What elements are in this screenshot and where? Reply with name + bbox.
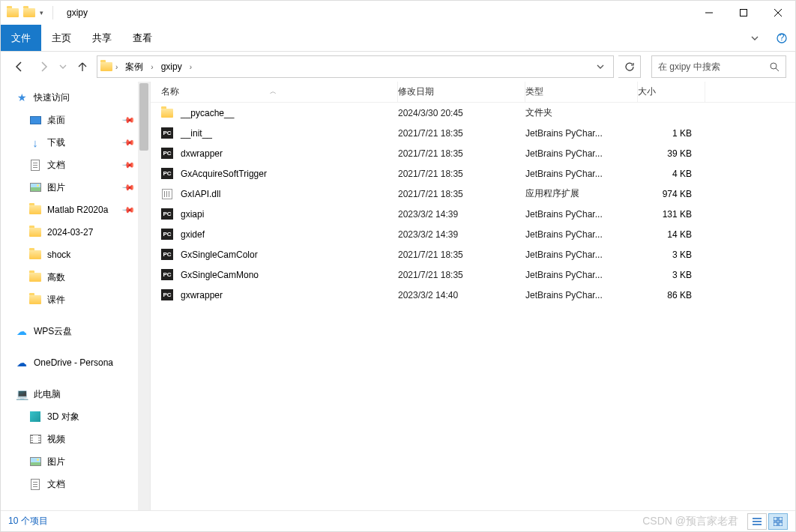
sidebar-shock[interactable]: shock xyxy=(1,244,150,266)
sidebar-20240327[interactable]: 2024-03-27 xyxy=(1,221,150,244)
sidebar-label: OneDrive - Persona xyxy=(34,357,113,368)
file-date: 2023/3/2 14:40 xyxy=(398,290,525,300)
col-size[interactable]: 大小 xyxy=(638,82,705,102)
file-row[interactable]: PCgxwrapper2023/3/2 14:40JetBrains PyCha… xyxy=(151,285,795,305)
recent-dropdown-icon[interactable] xyxy=(58,56,68,77)
desktop-icon xyxy=(29,114,41,126)
file-type: JetBrains PyChar... xyxy=(525,209,638,220)
sidebar-label: 2024-03-27 xyxy=(47,227,93,238)
qat-dropdown-icon[interactable]: ▾ xyxy=(40,9,43,16)
address-bar[interactable]: › 案例 › gxipy › xyxy=(97,55,614,78)
file-date: 2024/3/30 20:45 xyxy=(398,108,525,118)
tab-share[interactable]: 共享 xyxy=(82,25,122,51)
chevron-right-icon[interactable]: › xyxy=(188,63,193,71)
close-button[interactable] xyxy=(761,1,795,25)
nav-bar: › 案例 › gxipy › 在 gxipy 中搜索 xyxy=(1,52,795,82)
back-button[interactable] xyxy=(10,56,29,77)
search-placeholder: 在 gxipy 中搜索 xyxy=(658,61,770,73)
search-box[interactable]: 在 gxipy 中搜索 xyxy=(651,55,786,78)
pc-icon: 💻 xyxy=(16,388,28,400)
maximize-button[interactable] xyxy=(726,1,761,25)
tab-view[interactable]: 查看 xyxy=(122,25,163,51)
ribbon-expand-icon[interactable] xyxy=(741,25,768,51)
pycharm-file-icon: PC xyxy=(161,148,173,159)
folder-icon xyxy=(161,107,173,119)
file-row[interactable]: PCGxSingleCamColor2021/7/21 18:35JetBrai… xyxy=(151,244,795,265)
file-row[interactable]: PCdxwrapper2021/7/21 18:35JetBrains PyCh… xyxy=(151,143,795,163)
breadcrumb-0[interactable]: 案例 xyxy=(121,56,148,77)
sidebar-label: Matlab R2020a xyxy=(47,205,108,215)
sidebar-label: 高数 xyxy=(47,271,65,284)
sidebar-pictures[interactable]: 图片📌 xyxy=(1,176,150,199)
sidebar-label: 文档 xyxy=(47,159,65,172)
sidebar-3d[interactable]: 3D 对象 xyxy=(1,405,150,428)
sidebar-label: 快速访问 xyxy=(34,91,70,104)
sidebar-scrollbar[interactable] xyxy=(138,82,150,510)
sidebar-downloads[interactable]: ↓下载📌 xyxy=(1,131,150,154)
breadcrumb-1[interactable]: gxipy xyxy=(157,56,187,77)
cube-icon xyxy=(29,411,41,423)
minimize-button[interactable] xyxy=(692,1,726,25)
sidebar-quick-access[interactable]: ★快速访问 xyxy=(1,86,150,109)
cloud-icon: ☁ xyxy=(16,325,28,337)
file-size: 3 KB xyxy=(638,270,705,280)
item-count: 10 个项目 xyxy=(8,515,48,528)
file-name: gxiapi xyxy=(181,209,204,220)
sidebar-this-pc[interactable]: 💻此电脑 xyxy=(1,383,150,405)
folder-icon xyxy=(29,249,41,261)
image-icon xyxy=(29,181,41,193)
sidebar-matlab[interactable]: Matlab R2020a📌 xyxy=(1,199,150,221)
view-icons-button[interactable] xyxy=(768,513,788,530)
svg-point-3 xyxy=(771,63,777,69)
sidebar-label: 桌面 xyxy=(47,114,65,127)
forward-button[interactable] xyxy=(34,56,53,77)
file-name: __pycache__ xyxy=(181,108,234,118)
col-name[interactable]: 名称︿ xyxy=(151,82,398,102)
sidebar-documents2[interactable]: 文档 xyxy=(1,473,150,495)
help-icon[interactable]: ? xyxy=(768,25,795,51)
file-size: 86 KB xyxy=(638,290,705,300)
sidebar-label: 图片 xyxy=(47,181,65,194)
sidebar-label: WPS云盘 xyxy=(34,325,72,338)
refresh-button[interactable] xyxy=(618,55,641,78)
file-type: JetBrains PyChar... xyxy=(525,128,638,139)
sidebar-videos[interactable]: 视频 xyxy=(1,428,150,450)
sidebar-kejian[interactable]: 课件 xyxy=(1,288,150,311)
file-name: GxSingleCamColor xyxy=(181,250,258,260)
col-type[interactable]: 类型 xyxy=(525,82,638,102)
file-date: 2021/7/21 18:35 xyxy=(398,189,525,199)
sidebar-label: 3D 对象 xyxy=(47,411,79,423)
folder-icon xyxy=(29,204,41,216)
file-row[interactable]: PC__init__2021/7/21 18:35JetBrains PyCha… xyxy=(151,123,795,143)
view-details-button[interactable] xyxy=(747,513,767,530)
pycharm-file-icon: PC xyxy=(161,127,173,139)
sidebar-pictures2[interactable]: 图片 xyxy=(1,450,150,473)
status-bar: 10 个项目 CSDN @预言家老君 xyxy=(1,510,795,531)
cloud-icon: ☁ xyxy=(16,357,28,369)
sidebar-gaoshu[interactable]: 高数 xyxy=(1,266,150,288)
file-row[interactable]: PCgxidef2023/3/2 14:39JetBrains PyChar..… xyxy=(151,224,795,244)
sidebar-desktop[interactable]: 桌面📌 xyxy=(1,109,150,131)
file-row[interactable]: PCGxSingleCamMono2021/7/21 18:35JetBrain… xyxy=(151,265,795,285)
col-date[interactable]: 修改日期 xyxy=(398,82,525,102)
tab-file[interactable]: 文件 xyxy=(1,25,41,51)
tab-home[interactable]: 主页 xyxy=(41,25,82,51)
file-row[interactable]: GxIAPI.dll2021/7/21 18:35应用程序扩展974 KB xyxy=(151,184,795,204)
chevron-right-icon[interactable]: › xyxy=(149,63,154,71)
chevron-right-icon[interactable]: › xyxy=(114,63,119,71)
title-bar: ▾ gxipy xyxy=(1,1,795,25)
file-row[interactable]: PCgxiapi2023/3/2 14:39JetBrains PyChar..… xyxy=(151,204,795,224)
file-date: 2023/3/2 14:39 xyxy=(398,229,525,240)
qat-properties-icon[interactable] xyxy=(23,7,35,19)
sidebar-wps[interactable]: ☁WPS云盘 xyxy=(1,320,150,342)
file-row[interactable]: PCGxAcquireSoftTrigger2021/7/21 18:35Jet… xyxy=(151,163,795,184)
sidebar-documents[interactable]: 文档📌 xyxy=(1,154,150,176)
address-dropdown-icon[interactable] xyxy=(591,63,610,70)
file-size: 974 KB xyxy=(638,189,705,199)
file-row[interactable]: __pycache__2024/3/30 20:45文件夹 xyxy=(151,103,795,123)
svg-text:?: ? xyxy=(780,33,785,43)
file-date: 2021/7/21 18:35 xyxy=(398,250,525,260)
download-icon: ↓ xyxy=(29,136,41,148)
sidebar-onedrive[interactable]: ☁OneDrive - Persona xyxy=(1,351,150,374)
up-button[interactable] xyxy=(73,56,92,77)
